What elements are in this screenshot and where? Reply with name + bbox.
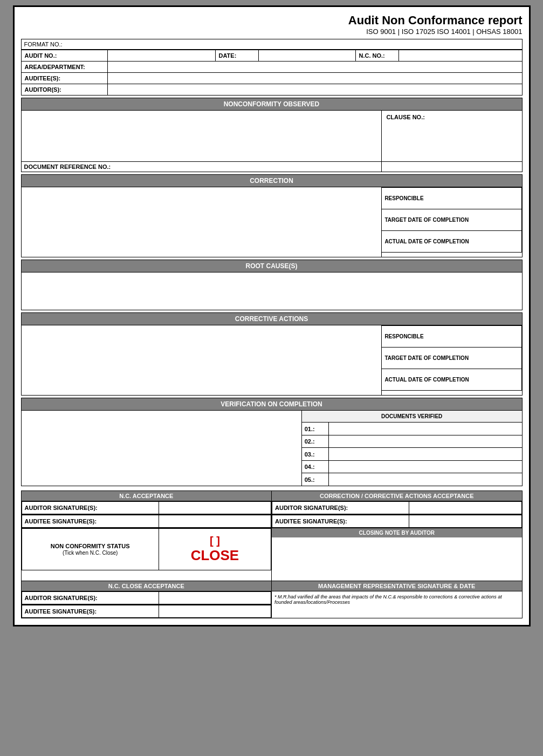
nc-auditor-sig-label: AUDITOR SIGNATURE(S): — [22, 502, 159, 514]
nc-auditee-sig-inner-row: AUDITEE SIGNATURE(S): — [22, 515, 271, 528]
doc-item-1-num: 01.: — [301, 423, 328, 435]
verification-content — [21, 411, 301, 486]
audit-row: AUDIT NO.: DATE: N.C. NO.: — [21, 50, 522, 62]
format-no-label: FORMAT NO.: — [24, 41, 63, 47]
ca-auditor-sig-inner-row: AUDITOR SIGNATURE(S): — [272, 502, 522, 514]
nc-auditor-sig-cell: AUDITOR SIGNATURE(S): — [21, 501, 272, 515]
nc-auditee-sig-table: AUDITEE SIGNATURE(S): — [22, 515, 272, 528]
correction-table: CORRECTION RESPONCIBLE TARGET DATE OF CO… — [21, 174, 523, 257]
nc-status-text: NON CONFORMITY STATUS — [51, 543, 130, 549]
responsible-label: RESPONCIBLE — [382, 188, 521, 209]
close-auditor-sig-inner-row: AUDITOR SIGNATURE(S): — [22, 592, 271, 604]
audit-no-label: AUDIT NO.: — [21, 50, 107, 62]
correction-content — [21, 187, 382, 257]
ca-actual-date-row: ACTUAL DATE OF COMPLETION — [382, 369, 521, 391]
closing-note-header: CLOSING NOTE BY AUDITOR — [272, 528, 522, 537]
nc-auditee-sig-cell: AUDITEE SIGNATURE(S): — [21, 515, 272, 528]
nc-close-acceptance-header: N.C. CLOSE ACCEPTANCE — [21, 581, 272, 591]
corrective-actions-content — [21, 325, 382, 396]
correction-acceptance-header: CORRECTION / CORRECTIVE ACTIONS ACCEPTAN… — [272, 491, 523, 501]
nonconformity-content-row: CLAUSE NO.: — [21, 111, 522, 162]
status-closing-row: NON CONFORMITY STATUS (Tick when N.C. Cl… — [21, 528, 522, 581]
doc-item-2-value — [328, 435, 522, 448]
acceptance-section: N.C. ACCEPTANCE CORRECTION / CORRECTIVE … — [21, 491, 523, 618]
root-cause-content-row — [21, 273, 522, 310]
nonconformity-header: NONCONFORMITY OBSERVED — [21, 98, 522, 111]
clause-no-cell: CLAUSE NO.: — [382, 111, 522, 162]
ca-target-date-label: TARGET DATE OF COMPLETION — [382, 348, 521, 369]
corrective-actions-right-panel: RESPONCIBLE TARGET DATE OF COMPLETION AC… — [382, 325, 522, 396]
correction-right-table: RESPONCIBLE TARGET DATE OF COMPLETION AC… — [382, 187, 521, 253]
correction-right-panel: RESPONCIBLE TARGET DATE OF COMPLETION AC… — [382, 187, 522, 257]
closing-note-cell: CLOSING NOTE BY AUDITOR — [272, 528, 523, 581]
ca-auditor-sig-label: AUDITOR SIGNATURE(S): — [272, 502, 409, 514]
target-date-label: TARGET DATE OF COMPLETION — [382, 209, 521, 231]
auditor-row: AUDITOR(S): — [21, 84, 522, 96]
ca-auditee-sig-cell: AUDITEE SIGNATURE(S): — [272, 515, 523, 528]
page: Audit Non Conformance report ISO 9001 | … — [13, 5, 531, 626]
close-auditor-sig-table: AUDITOR SIGNATURE(S): — [22, 591, 272, 604]
format-no-row: FORMAT NO.: — [21, 39, 523, 50]
close-bracket: [ ] — [210, 535, 220, 547]
auditee-label: AUDITEE(S): — [21, 73, 107, 84]
close-auditor-sig-row: AUDITOR SIGNATURE(S): * M.R.had varified… — [21, 591, 522, 605]
close-auditee-sig-inner-row: AUDITEE SIGNATURE(S): — [22, 605, 271, 618]
doc-item-3-num: 03.: — [301, 448, 328, 461]
root-cause-header-row: ROOT CAUSE(S) — [21, 260, 522, 273]
corrective-actions-header: CORRECTIVE ACTIONS — [21, 313, 522, 325]
verification-table: VERIFICATION ON COMPLETION DOCUMENTS VER… — [21, 398, 523, 486]
ca-auditee-sig-label: AUDITEE SIGNATURE(S): — [272, 515, 409, 528]
nc-status-cell: NON CONFORMITY STATUS (Tick when N.C. Cl… — [21, 528, 272, 581]
ca-auditee-sig-table: AUDITEE SIGNATURE(S): — [272, 515, 522, 528]
nc-no-value — [398, 50, 522, 62]
mgmt-rep-content: * M.R.had varified all the areas that im… — [272, 591, 523, 618]
clause-no-label: CLAUSE NO.: — [384, 112, 519, 122]
responsible-row: RESPONCIBLE — [382, 188, 521, 209]
nc-auditor-sig-inner-row: AUDITOR SIGNATURE(S): — [22, 502, 271, 514]
report-header: Audit Non Conformance report ISO 9001 | … — [21, 13, 523, 36]
audit-no-value — [107, 50, 215, 62]
doc-ref-value — [382, 162, 522, 172]
corrective-actions-table: CORRECTIVE ACTIONS RESPONCIBLE TARGET DA… — [21, 312, 523, 396]
doc-item-5-value — [328, 473, 522, 486]
auditor-label: AUDITOR(S): — [21, 84, 107, 96]
doc-item-4-num: 04.: — [301, 460, 328, 473]
acceptance-header-table: N.C. ACCEPTANCE CORRECTION / CORRECTIVE … — [21, 491, 523, 618]
close-auditor-sig-value — [159, 592, 271, 604]
nc-auditee-sig-label: AUDITEE SIGNATURE(S): — [22, 515, 159, 528]
doc-item-2-num: 02.: — [301, 435, 328, 448]
auditee-value — [107, 73, 522, 84]
nc-auditor-sig-value — [159, 502, 271, 514]
verification-header: VERIFICATION ON COMPLETION — [21, 398, 522, 411]
auditor-value — [107, 84, 522, 96]
nonconformity-table: NONCONFORMITY OBSERVED CLAUSE NO.: DOCUM… — [21, 98, 523, 172]
nc-auditor-sig-table: AUDITOR SIGNATURE(S): — [22, 501, 272, 514]
nc-status-label: NON CONFORMITY STATUS (Tick when N.C. Cl… — [22, 529, 159, 570]
nc-status-inner-row: NON CONFORMITY STATUS (Tick when N.C. Cl… — [22, 529, 271, 570]
actual-date-label: ACTUAL DATE OF COMPLETION — [382, 231, 521, 253]
docs-verified-label: DOCUMENTS VERIFIED — [301, 411, 522, 423]
info-table: AUDIT NO.: DATE: N.C. NO.: AREA/DEPARTME… — [21, 50, 523, 96]
mgmt-rep-header: MANAGEMENT REPRESENTATIVE SIGNATURE & DA… — [272, 581, 523, 591]
doc-item-4-value — [328, 460, 522, 473]
close-auditee-sig-cell: AUDITEE SIGNATURE(S): — [21, 605, 272, 618]
root-cause-header: ROOT CAUSE(S) — [21, 260, 522, 273]
auditee-sig-row: AUDITEE SIGNATURE(S): AUDITEE SIGNATURE(… — [21, 515, 522, 528]
nc-auditee-sig-value — [159, 515, 271, 528]
report-subtitle: ISO 9001 | ISO 17025 ISO 14001 | OHSAS 1… — [21, 28, 523, 36]
correction-header-row: CORRECTION — [21, 175, 522, 187]
target-date-row: TARGET DATE OF COMPLETION — [382, 209, 521, 231]
close-auditee-sig-label: AUDITEE SIGNATURE(S): — [22, 605, 159, 618]
nc-acceptance-header: N.C. ACCEPTANCE — [21, 491, 272, 501]
close-auditee-sig-table: AUDITEE SIGNATURE(S): — [22, 605, 272, 618]
report-title: Audit Non Conformance report — [21, 13, 523, 28]
area-label: AREA/DEPARTMENT: — [21, 62, 107, 73]
close-acceptance-header-row: N.C. CLOSE ACCEPTANCE MANAGEMENT REPRESE… — [21, 581, 522, 591]
clause-no-value — [384, 122, 519, 160]
correction-header: CORRECTION — [21, 175, 522, 187]
ca-auditor-sig-table: AUDITOR SIGNATURE(S): — [272, 501, 522, 514]
close-auditor-sig-cell: AUDITOR SIGNATURE(S): — [21, 591, 272, 605]
ca-responsible-row: RESPONCIBLE — [382, 326, 521, 348]
auditee-row: AUDITEE(S): — [21, 73, 522, 84]
doc-item-5-num: 05.: — [301, 473, 328, 486]
